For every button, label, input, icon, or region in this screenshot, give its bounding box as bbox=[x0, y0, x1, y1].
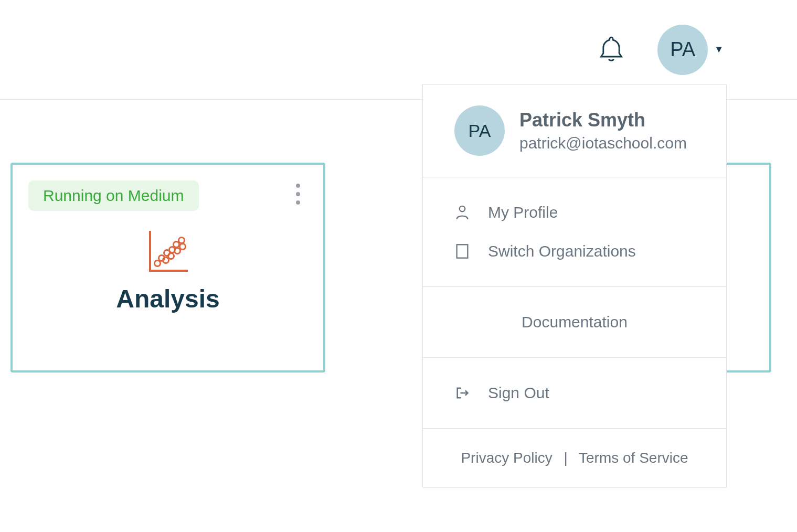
sign-out-icon bbox=[454, 385, 470, 401]
project-card-analysis[interactable]: Running on Medium Analysis bbox=[10, 163, 325, 373]
svg-point-6 bbox=[174, 242, 179, 248]
svg-rect-11 bbox=[457, 244, 468, 258]
user-email: patrick@iotaschool.com bbox=[519, 134, 687, 152]
user-dropdown: PA Patrick Smyth patrick@iotaschool.com … bbox=[422, 84, 727, 488]
user-info: Patrick Smyth patrick@iotaschool.com bbox=[519, 109, 687, 152]
kebab-dot bbox=[296, 192, 300, 196]
menu-item-label: Switch Organizations bbox=[488, 242, 636, 260]
kebab-dot bbox=[296, 184, 300, 188]
notifications-button[interactable] bbox=[597, 35, 626, 65]
link-privacy-policy[interactable]: Privacy Policy bbox=[461, 450, 552, 466]
user-dropdown-header: PA Patrick Smyth patrick@iotaschool.com bbox=[423, 84, 726, 177]
avatar-initials: PA bbox=[469, 121, 491, 141]
menu-item-label: My Profile bbox=[488, 204, 558, 221]
svg-point-8 bbox=[179, 238, 185, 243]
user-dropdown-section: My Profile Switch Organizations bbox=[423, 177, 726, 287]
menu-item-switch-organizations[interactable]: Switch Organizations bbox=[423, 232, 726, 271]
svg-point-10 bbox=[460, 206, 465, 211]
card-title: Analysis bbox=[28, 284, 307, 313]
svg-point-9 bbox=[180, 244, 186, 250]
svg-point-5 bbox=[168, 253, 174, 259]
bell-icon bbox=[598, 35, 625, 65]
building-icon bbox=[454, 243, 470, 259]
user-dropdown-footer: Privacy Policy | Terms of Service bbox=[423, 429, 726, 487]
avatar: PA bbox=[454, 105, 505, 156]
user-name: Patrick Smyth bbox=[519, 109, 687, 131]
user-dropdown-section: Sign Out bbox=[423, 358, 726, 429]
link-terms-of-service[interactable]: Terms of Service bbox=[579, 450, 688, 466]
card-menu-button[interactable] bbox=[296, 184, 300, 205]
menu-item-my-profile[interactable]: My Profile bbox=[423, 193, 726, 232]
svg-point-0 bbox=[155, 261, 161, 267]
scatter-chart-icon bbox=[28, 229, 307, 273]
avatar: PA bbox=[657, 25, 708, 75]
avatar-initials: PA bbox=[670, 38, 695, 61]
menu-item-documentation[interactable]: Documentation bbox=[423, 287, 726, 358]
user-icon bbox=[454, 205, 470, 220]
menu-item-label: Documentation bbox=[522, 313, 628, 331]
user-menu-trigger[interactable]: PA ▼ bbox=[657, 25, 724, 75]
footer-separator: | bbox=[564, 450, 567, 466]
chevron-down-icon: ▼ bbox=[714, 44, 724, 55]
menu-item-sign-out[interactable]: Sign Out bbox=[423, 374, 726, 412]
menu-item-label: Sign Out bbox=[488, 384, 549, 402]
status-badge: Running on Medium bbox=[28, 180, 199, 211]
kebab-dot bbox=[296, 200, 300, 205]
